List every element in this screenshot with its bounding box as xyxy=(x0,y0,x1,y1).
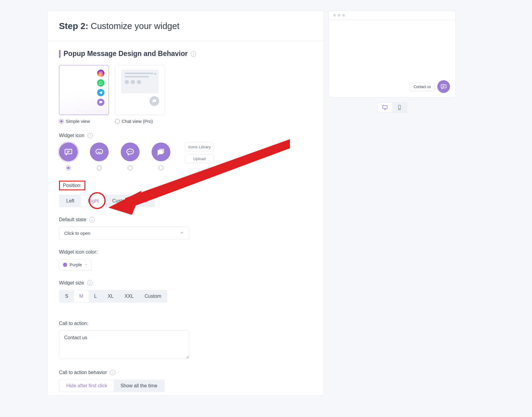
svg-point-2 xyxy=(101,72,102,72)
default-state-select[interactable]: Click to open xyxy=(59,227,189,240)
svg-point-14 xyxy=(399,109,399,109)
chat-preview-float xyxy=(149,96,159,106)
cta-behavior-hide[interactable]: Hide after first click xyxy=(60,380,114,392)
position-right[interactable]: Right xyxy=(81,195,106,207)
device-mobile[interactable] xyxy=(392,103,407,112)
size-custom[interactable]: Custom xyxy=(139,291,167,302)
default-state-value: Click to open xyxy=(64,231,90,236)
device-switch xyxy=(329,102,456,113)
position-custom[interactable]: Custom Position xyxy=(106,195,154,207)
cta-behavior-label: Call to action behavior i xyxy=(59,370,312,375)
size-segmented: S M L XL XXL Custom xyxy=(59,290,167,303)
chat-bubble-icon xyxy=(97,99,104,106)
svg-rect-12 xyxy=(383,106,387,109)
section-header: Popup Message Design and Behavior i xyxy=(59,50,312,58)
widget-icon-row: Icons Library Upload xyxy=(59,143,312,170)
svg-rect-4 xyxy=(96,149,103,154)
view-option-chat[interactable]: × Chat view (Pro) xyxy=(115,65,165,124)
widget-icon-option-2[interactable] xyxy=(90,143,109,170)
default-state-label: Default state i xyxy=(59,217,312,222)
cta-textarea[interactable] xyxy=(59,330,189,359)
chat-view-radio[interactable]: Chat view (Pro) xyxy=(115,119,165,124)
preview-card: Contact us xyxy=(329,11,456,113)
radio-icon xyxy=(128,166,133,170)
radio-icon xyxy=(66,166,71,170)
size-xxl[interactable]: XXL xyxy=(119,291,139,302)
section-title: Popup Message Design and Behavior xyxy=(64,50,188,58)
svg-point-7 xyxy=(130,151,130,152)
preview-cta-pill[interactable]: Contact us xyxy=(410,83,435,91)
svg-point-1 xyxy=(100,73,101,74)
position-left[interactable]: Left xyxy=(60,195,81,207)
window-dot xyxy=(333,14,336,17)
widget-icon-option-1[interactable] xyxy=(59,143,78,170)
telegram-icon xyxy=(97,89,104,96)
widget-size-label: Widget size i xyxy=(59,280,312,286)
size-m[interactable]: M xyxy=(74,291,89,302)
simple-view-card xyxy=(59,65,109,115)
preview-window-bar xyxy=(329,11,455,20)
instagram-icon xyxy=(97,70,104,77)
simple-view-radio[interactable]: Simple view xyxy=(59,119,109,124)
cta-behavior-show[interactable]: Show all the time xyxy=(114,380,164,392)
info-icon[interactable]: i xyxy=(87,133,93,138)
device-desktop[interactable] xyxy=(378,103,392,112)
widget-color-button[interactable]: Purple xyxy=(59,259,92,271)
upload-button[interactable]: Upload xyxy=(185,154,214,163)
chat-preview-box: × xyxy=(121,70,159,93)
radio-icon xyxy=(59,119,64,124)
svg-point-6 xyxy=(128,151,129,152)
size-l[interactable]: L xyxy=(89,291,102,302)
widget-icon-4 xyxy=(152,143,170,161)
position-segmented: Left Right Custom Position xyxy=(59,195,155,207)
chevron-down-icon xyxy=(84,262,88,267)
widget-icon-label: Widget icon i xyxy=(59,133,312,138)
svg-point-8 xyxy=(131,151,132,152)
radio-icon xyxy=(159,166,163,170)
radio-icon xyxy=(97,166,102,170)
color-value: Purple xyxy=(70,262,82,267)
settings-card: Step 2: Customize your widget Popup Mess… xyxy=(47,11,324,396)
section-accent xyxy=(59,50,61,58)
radio-icon xyxy=(115,119,120,124)
preview-widget-button[interactable] xyxy=(437,80,450,93)
chevron-down-icon xyxy=(180,231,184,236)
view-option-simple[interactable]: Simple view xyxy=(59,65,109,124)
view-row: Simple view × xyxy=(59,65,312,124)
position-label: Position: xyxy=(63,183,81,188)
close-icon: × xyxy=(154,71,156,76)
cta-behavior-segmented: Hide after first click Show all the time xyxy=(59,379,165,392)
size-xl[interactable]: XL xyxy=(102,291,119,302)
widget-color-label: Widget icon color: xyxy=(59,249,312,255)
simple-view-label: Simple view xyxy=(66,119,90,124)
page-title: Step 2: Customize your widget xyxy=(59,21,312,31)
info-icon[interactable]: i xyxy=(110,370,115,375)
chat-view-label: Chat view (Pro) xyxy=(122,119,153,124)
widget-icon-3 xyxy=(121,143,140,161)
svg-rect-11 xyxy=(441,85,446,88)
widget-icon-2 xyxy=(90,143,109,161)
icons-library-button[interactable]: Icons Library xyxy=(185,143,214,151)
widget-icon-option-3[interactable] xyxy=(121,143,140,170)
preview-body: Contact us xyxy=(329,20,455,97)
preview-window: Contact us xyxy=(329,11,456,97)
whatsapp-icon xyxy=(97,79,104,87)
window-dot xyxy=(338,14,340,17)
widget-icon-1 xyxy=(59,143,78,161)
info-icon[interactable]: i xyxy=(89,217,95,222)
position-label-highlight: Position: xyxy=(59,181,85,190)
card-header: Step 2: Customize your widget xyxy=(48,11,323,41)
size-s[interactable]: S xyxy=(60,291,74,302)
chat-view-card: × xyxy=(115,65,165,115)
window-dot xyxy=(342,14,345,17)
color-swatch xyxy=(63,263,67,267)
info-icon[interactable]: i xyxy=(87,280,93,286)
widget-icon-option-4[interactable] xyxy=(152,143,170,170)
info-icon[interactable]: i xyxy=(191,51,196,57)
cta-label: Call to action: xyxy=(59,321,312,326)
